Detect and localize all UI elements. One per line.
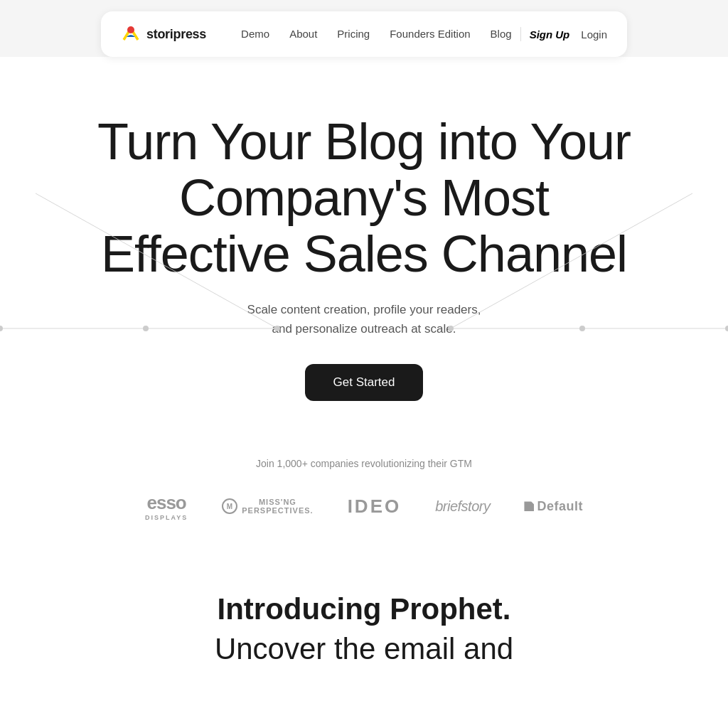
social-proof-section: Join 1,000+ companies revolutionizing th… (0, 444, 728, 550)
nav-item-blog[interactable]: Blog (491, 28, 512, 41)
hero-headline: Turn Your Blog into Your Company's Most … (80, 114, 648, 283)
svg-point-10 (725, 326, 728, 331)
bottom-section: Introducing Prophet. Uncover the email a… (0, 550, 728, 695)
default-icon (524, 501, 534, 511)
logo-default: Default (524, 499, 583, 514)
logo-link[interactable]: storipress (121, 24, 206, 44)
bottom-heading-bold: Introducing Prophet. (14, 592, 714, 626)
logo-icon (121, 24, 141, 44)
bottom-heading-normal: Uncover the email and (14, 632, 714, 666)
logo-ideo: IDEO (348, 496, 402, 518)
logo-esso: esso DISPLAYS (145, 492, 188, 521)
nav-item-pricing[interactable]: Pricing (337, 28, 370, 41)
nav-link-about[interactable]: About (289, 28, 317, 40)
nav-wrapper: storipress Demo About Pricing Founders E… (0, 0, 728, 57)
svg-point-5 (0, 326, 3, 331)
nav-item-founders[interactable]: Founders Edition (390, 28, 470, 41)
nav-link-pricing[interactable]: Pricing (337, 28, 370, 40)
nav-item-about[interactable]: About (289, 28, 317, 41)
nav-item-demo[interactable]: Demo (241, 28, 269, 41)
hero-section: Turn Your Blog into Your Company's Most … (0, 57, 728, 444)
social-proof-text: Join 1,000+ companies revolutionizing th… (14, 458, 714, 469)
svg-point-0 (127, 26, 134, 33)
logo-missing-perspectives: M MISS'NGPERSPECTIVES. (222, 498, 313, 515)
login-button[interactable]: Login (581, 28, 607, 41)
nav-link-demo[interactable]: Demo (241, 28, 269, 40)
nav-auth: Sign Up Login (530, 28, 607, 41)
get-started-button[interactable]: Get Started (305, 364, 424, 401)
hero-subtext: Scale content creation, profile your rea… (14, 300, 714, 338)
navbar: storipress Demo About Pricing Founders E… (101, 11, 627, 57)
logo-text: storipress (146, 27, 206, 42)
nav-link-blog[interactable]: Blog (491, 28, 512, 40)
logos-row: esso DISPLAYS M MISS'NGPERSPECTIVES. IDE… (14, 492, 714, 521)
nav-divider (520, 27, 521, 41)
nav-links: Demo About Pricing Founders Edition Blog (241, 28, 512, 41)
nav-link-founders[interactable]: Founders Edition (390, 28, 470, 40)
logo-briefstory: briefstory (435, 498, 490, 515)
signup-button[interactable]: Sign Up (530, 28, 570, 41)
